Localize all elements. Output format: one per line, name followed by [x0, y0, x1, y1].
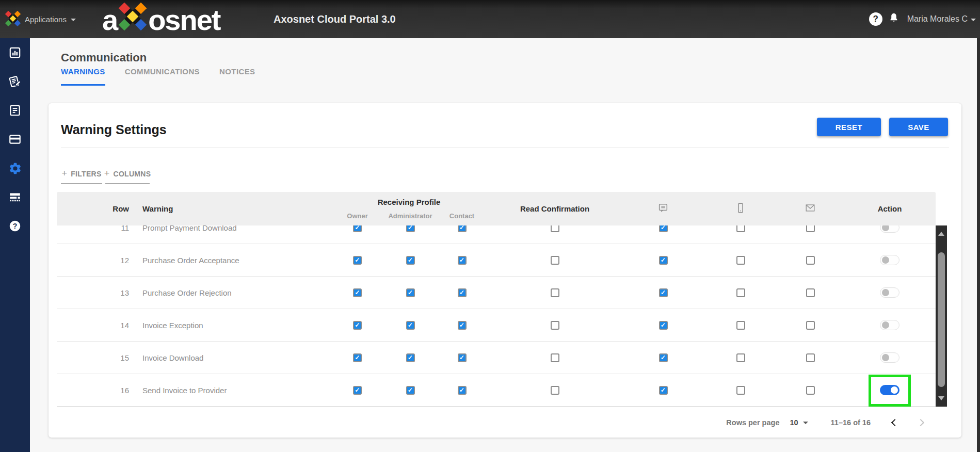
tab-communications[interactable]: COMMUNICATIONS — [125, 67, 200, 86]
checkbox-mail[interactable] — [806, 321, 815, 330]
rows-per-page-select[interactable]: 10 — [790, 418, 808, 427]
row-number: 16 — [57, 386, 134, 395]
sidebar-item-help[interactable]: ? — [0, 213, 30, 241]
action-toggle[interactable] — [880, 287, 899, 298]
col-header-receiving-profile: Receiving Profile — [330, 198, 488, 206]
checkbox-contact[interactable] — [458, 256, 467, 265]
checkbox-mail[interactable] — [806, 256, 815, 265]
checkbox-phone[interactable] — [736, 288, 745, 297]
checkbox-read_confirmation[interactable] — [551, 386, 559, 395]
checkbox-chat[interactable] — [659, 386, 668, 395]
checkbox-chat[interactable] — [659, 353, 668, 362]
cell-contact — [436, 225, 488, 232]
table-scrollbar[interactable] — [936, 225, 947, 407]
filters-button[interactable]: + FILTERS — [61, 164, 102, 184]
checkbox-owner[interactable] — [353, 386, 362, 395]
sidebar-item-orders[interactable] — [0, 68, 30, 97]
columns-button[interactable]: + COLUMNS — [105, 164, 150, 184]
reset-button[interactable]: RESET — [817, 118, 881, 136]
rows-per-page-label: Rows per page — [726, 418, 779, 427]
scroll-down-button[interactable] — [936, 391, 947, 406]
envelope-icon — [805, 202, 816, 215]
checkbox-mail[interactable] — [806, 353, 815, 362]
save-button[interactable]: SAVE — [889, 118, 948, 136]
toggle-knob — [882, 225, 889, 231]
checkbox-read_confirmation[interactable] — [551, 256, 559, 265]
checkbox-read_confirmation[interactable] — [551, 321, 559, 330]
checkbox-administrator[interactable] — [406, 386, 415, 395]
cell-mail — [777, 386, 844, 395]
cell-phone — [704, 288, 777, 297]
checkbox-contact[interactable] — [458, 321, 467, 330]
card-title: Warning Settings — [61, 122, 167, 137]
sidebar-item-analytics[interactable] — [0, 39, 30, 68]
help-icon[interactable]: ? — [869, 12, 882, 26]
scrollbar-thumb[interactable] — [938, 252, 945, 387]
checkbox-read_confirmation[interactable] — [551, 288, 559, 297]
checkbox-chat[interactable] — [659, 288, 668, 297]
next-page-button[interactable] — [917, 418, 924, 426]
checkbox-read_confirmation[interactable] — [551, 353, 559, 362]
checkbox-contact[interactable] — [458, 225, 467, 232]
svg-text:?: ? — [13, 222, 18, 230]
checkbox-phone[interactable] — [736, 321, 745, 330]
checkbox-administrator[interactable] — [406, 353, 415, 362]
checkbox-administrator[interactable] — [406, 321, 415, 330]
sidebar-item-settings[interactable] — [0, 155, 30, 184]
records-table-icon — [8, 190, 22, 206]
applications-menu[interactable]: Applications — [5, 0, 76, 38]
action-toggle[interactable] — [880, 255, 899, 265]
action-toggle[interactable] — [880, 225, 899, 233]
checkbox-contact[interactable] — [458, 353, 467, 362]
checkbox-administrator[interactable] — [406, 225, 415, 232]
sidebar-item-records[interactable] — [0, 184, 30, 213]
browser-scrollbar[interactable] — [977, 38, 980, 452]
checkbox-owner[interactable] — [353, 353, 362, 362]
checkbox-administrator[interactable] — [406, 256, 415, 265]
checkbox-owner[interactable] — [353, 288, 362, 297]
tab-warnings[interactable]: WARNINGS — [61, 67, 105, 86]
sidebar-item-documents[interactable] — [0, 97, 30, 126]
checkbox-chat[interactable] — [659, 321, 668, 330]
checkbox-mail[interactable] — [806, 288, 815, 297]
page-title: Communication — [61, 51, 147, 64]
warning-name: Invoice Download — [134, 353, 330, 362]
cell-action — [844, 287, 936, 298]
left-sidebar: ? — [0, 38, 30, 452]
scroll-up-button[interactable] — [936, 227, 947, 241]
toggle-knob — [882, 289, 889, 296]
checkbox-phone[interactable] — [736, 353, 745, 362]
action-toggle[interactable] — [880, 352, 899, 363]
brand-text-osnet: osnet — [148, 3, 220, 37]
cell-mail — [777, 321, 844, 330]
checkbox-owner[interactable] — [353, 256, 362, 265]
checkbox-administrator[interactable] — [406, 288, 415, 297]
checkbox-owner[interactable] — [353, 321, 362, 330]
checkbox-read_confirmation[interactable] — [551, 225, 559, 232]
checkbox-mail[interactable] — [806, 386, 815, 395]
checkbox-phone[interactable] — [736, 386, 745, 395]
previous-page-button[interactable] — [891, 418, 898, 426]
col-header-owner: Owner — [330, 192, 384, 225]
checkbox-contact[interactable] — [458, 288, 467, 297]
cell-read_confirmation — [488, 225, 622, 232]
user-menu[interactable]: Maria Morales C — [907, 14, 976, 24]
action-toggle[interactable] — [880, 320, 899, 330]
notifications-bell-icon[interactable] — [888, 12, 900, 26]
checkbox-phone[interactable] — [736, 256, 745, 265]
action-toggle[interactable] — [880, 385, 899, 395]
sidebar-item-payments[interactable] — [0, 126, 30, 155]
checkbox-chat[interactable] — [659, 256, 668, 265]
checkbox-phone[interactable] — [736, 225, 745, 232]
checkbox-contact[interactable] — [458, 386, 467, 395]
checkbox-owner[interactable] — [353, 225, 362, 232]
cell-phone — [704, 225, 777, 232]
tab-notices[interactable]: NOTICES — [219, 67, 255, 86]
warning-name: Purchase Order Acceptance — [134, 256, 330, 265]
col-header-warning: Warning — [134, 192, 330, 225]
cell-owner — [330, 321, 384, 330]
cell-read_confirmation — [488, 386, 622, 395]
divider — [61, 148, 949, 148]
checkbox-mail[interactable] — [806, 225, 815, 232]
checkbox-chat[interactable] — [659, 225, 668, 232]
